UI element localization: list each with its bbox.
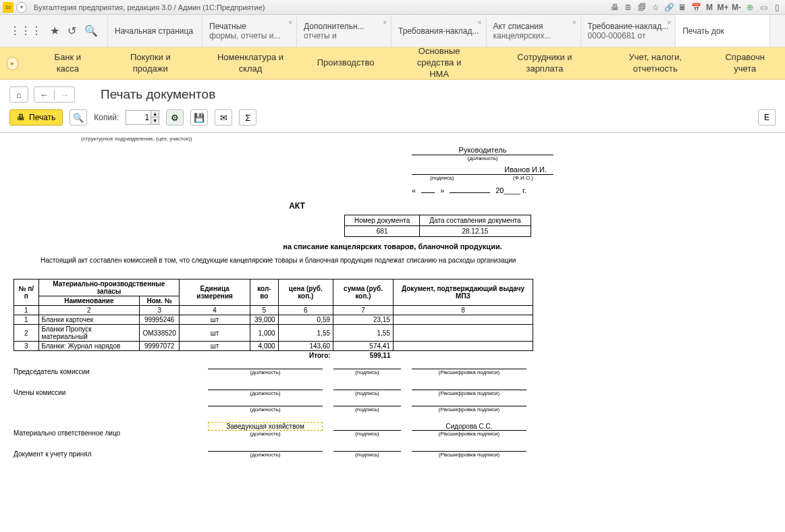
head-pos-label: (должность) xyxy=(412,155,553,161)
close-icon[interactable]: × xyxy=(383,19,387,26)
members-label: Члены комиссии xyxy=(13,385,202,396)
link-icon[interactable]: 🔗 xyxy=(664,2,674,13)
compare-icon[interactable]: 🗐 xyxy=(637,2,647,13)
print-button[interactable]: 🖶Печать xyxy=(9,109,63,126)
doc-body: Настоящий акт составлен комиссией в том,… xyxy=(13,256,772,265)
search-icon[interactable]: 🔍 xyxy=(84,24,98,37)
spinner-up[interactable]: ▲ xyxy=(151,111,159,117)
history-icon[interactable]: ↺ xyxy=(67,24,76,37)
nav-back-forward[interactable]: ←→ xyxy=(34,86,75,103)
items-table: № п/п Материально-производственные запас… xyxy=(13,279,533,360)
spinner-down[interactable]: ▼ xyxy=(151,117,159,124)
titlebar: 1c ▾ Бухгалтерия предприятия, редакция 3… xyxy=(0,0,785,15)
menu-hr[interactable]: Сотрудники и зарплата xyxy=(491,52,599,75)
responsible-label: Материально ответственное лицо xyxy=(13,425,202,437)
preview-button[interactable]: 🔍 xyxy=(70,109,87,126)
titlebar-tools: 🖶 🗎 🗐 ☆ 🔗 🖩 📅 M M+ M- ⊕ ▭ ▯ xyxy=(610,2,782,13)
menu-assets[interactable]: Основные средства и НМА xyxy=(387,46,490,80)
window-title: Бухгалтерия предприятия, редакция 3.0 / … xyxy=(34,3,265,11)
tab-home[interactable]: Начальная страница xyxy=(108,15,202,47)
menu-purchases[interactable]: Покупки и продажи xyxy=(103,52,197,75)
close-icon[interactable]: × xyxy=(572,19,576,26)
star-icon[interactable]: ★ xyxy=(50,24,59,37)
save-button[interactable]: 💾 xyxy=(190,109,208,126)
home-button[interactable]: ⌂ xyxy=(9,86,28,103)
tabs-row: ⋮⋮⋮ ★ ↺ 🔍 Начальная страница Печатныефор… xyxy=(0,15,785,47)
close-icon[interactable]: × xyxy=(667,19,671,26)
doc-title: АКТ xyxy=(270,201,324,211)
email-button[interactable]: ✉ xyxy=(215,109,232,126)
tab-tools: ⋮⋮⋮ ★ ↺ 🔍 xyxy=(0,15,108,47)
close-icon[interactable]: × xyxy=(288,19,292,26)
menu-inventory[interactable]: Номенклатура и склад xyxy=(197,52,303,75)
head-name: Иванов И.И. xyxy=(412,165,553,175)
menu-production[interactable]: Производство xyxy=(304,57,388,69)
signatures: Председатель комиссии (должность) (подпи… xyxy=(13,364,772,458)
close-icon[interactable]: × xyxy=(478,19,482,26)
sum-button[interactable]: Σ xyxy=(239,109,256,126)
panel-icon[interactable]: ▯ xyxy=(772,2,782,13)
subdivision-note: (структурное подразделение, (цех, участо… xyxy=(81,136,772,142)
print-preview-icon[interactable]: 🗎 xyxy=(623,2,634,13)
print-icon[interactable]: 🖶 xyxy=(610,2,620,13)
responsible-job[interactable]: Заведующая хозяйством xyxy=(208,422,323,431)
tab-print-docs[interactable]: Печать док xyxy=(676,15,770,47)
printer-icon: 🖶 xyxy=(17,113,25,122)
memory-mminus[interactable]: M- xyxy=(731,2,742,13)
memory-mplus[interactable]: M+ xyxy=(718,2,728,13)
menu-bank[interactable]: Банк и касса xyxy=(32,52,103,75)
accepted-label: Документ к учету принял xyxy=(13,446,202,458)
head-title: Руководитель xyxy=(412,146,553,155)
app-menu-dropdown[interactable]: ▾ xyxy=(16,2,27,13)
expand-menu-icon[interactable]: ▸ xyxy=(7,57,18,70)
tab-requirements[interactable]: Требования-наклад...× xyxy=(391,15,487,47)
memory-m[interactable]: M xyxy=(704,2,715,13)
table-row: 1Бланки карточек99995246шт39,0000,5923,1… xyxy=(14,315,533,325)
responsible-name: Сидорова С.С. xyxy=(412,423,526,431)
fio-label: (Ф.И.О.) xyxy=(493,175,553,181)
calculator-icon[interactable]: 🖩 xyxy=(677,2,688,13)
tab-print-forms[interactable]: Печатныеформы, отчеты и...× xyxy=(202,15,297,47)
table-row: 3Бланки: Журнал нарядов99997072шт4,00014… xyxy=(14,342,533,351)
minimize-icon[interactable]: ⊕ xyxy=(745,2,755,13)
doc-subtitle: на списание канцелярских товаров, бланоч… xyxy=(13,242,772,250)
tab-requirement-681[interactable]: Требование-наклад...0000-000681 от× xyxy=(581,15,676,47)
table-row: 2Бланки Пропуск материальныйОМ338520шт1,… xyxy=(14,325,533,342)
print-toolbar: 🖶Печать 🔍 Копий: ▲▼ ⚙ 💾 ✉ Σ Е xyxy=(0,105,785,133)
tab-additional[interactable]: Дополнительн...отчеты и× xyxy=(297,15,391,47)
meta-table: Номер документаДата составления документ… xyxy=(344,215,531,237)
calendar-icon[interactable]: 📅 xyxy=(691,2,701,13)
extra-button[interactable]: Е xyxy=(758,109,776,126)
main-menu: ▸ Банк и касса Покупки и продажи Номенкл… xyxy=(0,47,785,80)
approval-block: Руководитель (должность) Иванов И.И. (по… xyxy=(412,146,553,194)
app-logo: 1c xyxy=(3,2,13,13)
document-area: (структурное подразделение, (цех, участо… xyxy=(0,133,785,481)
apps-icon[interactable]: ⋮⋮⋮ xyxy=(9,24,42,37)
back-icon[interactable]: ← xyxy=(34,90,55,100)
restore-icon[interactable]: ▭ xyxy=(758,2,769,13)
page-header: ⌂ ←→ Печать документов xyxy=(0,80,785,105)
settings-button[interactable]: ⚙ xyxy=(166,109,184,126)
forward-icon[interactable]: → xyxy=(55,90,74,100)
chair-label: Председатель комиссии xyxy=(13,364,202,375)
menu-accounting[interactable]: Учет, налоги, отчетность xyxy=(599,52,711,75)
menu-references[interactable]: Справочн учета xyxy=(711,52,778,75)
favorite-icon[interactable]: ☆ xyxy=(650,2,661,13)
sign-label: (подпись) xyxy=(412,175,472,181)
copies-label: Копий: xyxy=(94,113,119,122)
page-title: Печать документов xyxy=(101,87,215,102)
tab-writeoff-act[interactable]: Акт списанияканцелярских...× xyxy=(487,15,581,47)
